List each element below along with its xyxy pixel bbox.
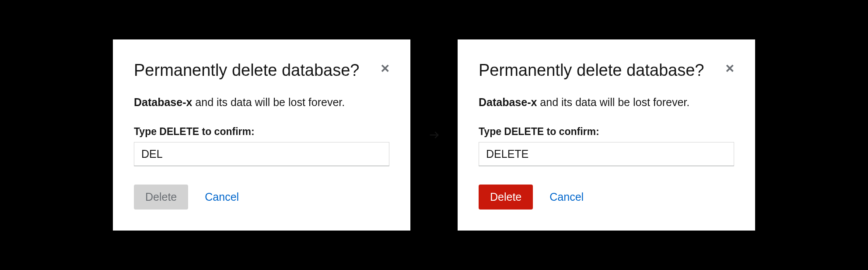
modal-body: Database-x and its data will be lost for… — [134, 95, 389, 110]
modal-header: Permanently delete database? × — [479, 60, 734, 81]
delete-database-modal-disabled: Permanently delete database? × Database-… — [113, 39, 410, 231]
modal-header: Permanently delete database? × — [134, 60, 389, 81]
modal-footer: Delete Cancel — [134, 185, 389, 210]
close-button[interactable]: × — [381, 60, 389, 75]
delete-button[interactable]: Delete — [479, 185, 533, 210]
cancel-button[interactable]: Cancel — [200, 185, 243, 210]
confirm-input-label: Type DELETE to confirm: — [479, 126, 734, 138]
modal-title: Permanently delete database? — [479, 60, 704, 81]
cancel-button[interactable]: Cancel — [545, 185, 588, 210]
confirm-input[interactable] — [134, 142, 389, 166]
database-name: Database-x — [479, 96, 537, 108]
delete-button[interactable]: Delete — [134, 185, 188, 210]
delete-database-modal-enabled: Permanently delete database? × Database-… — [458, 39, 755, 231]
body-text: and its data will be lost forever. — [192, 96, 345, 108]
close-button[interactable]: × — [725, 60, 734, 75]
modal-body: Database-x and its data will be lost for… — [479, 95, 734, 110]
close-icon: × — [381, 60, 389, 76]
modal-footer: Delete Cancel — [479, 185, 734, 210]
database-name: Database-x — [134, 96, 192, 108]
close-icon: × — [725, 60, 734, 76]
confirm-input-label: Type DELETE to confirm: — [134, 126, 389, 138]
modal-title: Permanently delete database? — [134, 60, 359, 81]
confirm-input[interactable] — [479, 142, 734, 166]
arrow-right-icon — [428, 129, 440, 141]
body-text: and its data will be lost forever. — [537, 96, 690, 108]
